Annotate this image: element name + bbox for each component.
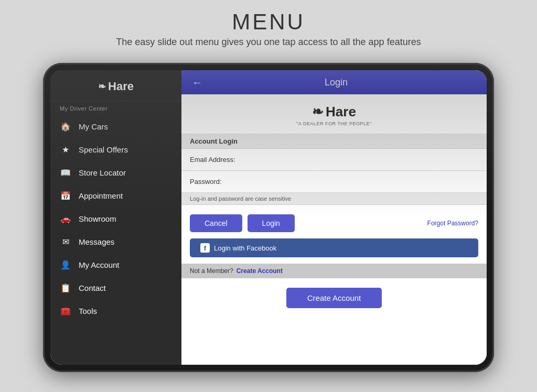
login-button[interactable]: Login — [248, 214, 295, 232]
star-icon: ★ — [60, 144, 71, 155]
sidebar-item-label-store-locator: Store Locator — [79, 168, 126, 177]
sidebar-item-label-contact: Contact — [79, 284, 106, 292]
email-field-row: Email Address: — [181, 149, 487, 171]
logo-crown-icon: ❧ — [98, 81, 106, 92]
sidebar-item-label-appointment: Appointment — [79, 191, 123, 200]
not-member-text: Not a Member? — [190, 267, 233, 275]
email-label: Email Address: — [190, 156, 248, 164]
sidebar-item-tools[interactable]: 🧰 Tools — [50, 299, 181, 322]
sidebar-item-label-my-account: My Account — [79, 260, 120, 269]
car-icon: 🏠 — [60, 121, 71, 132]
sidebar-item-messages[interactable]: ✉ Messages — [50, 230, 181, 253]
facebook-login-button[interactable]: f Login with Facebook — [190, 238, 478, 257]
sidebar: ❧ Hare My Driver Center 🏠 My Cars ★ Spec… — [50, 70, 181, 365]
sidebar-item-special-offers[interactable]: ★ Special Offers — [50, 138, 181, 161]
login-logo-area: ❧ Hare "A DEALER FOR THE PEOPLE" — [181, 94, 487, 134]
sidebar-item-label-showroom: Showroom — [79, 214, 116, 223]
calendar-icon: 📅 — [60, 190, 71, 201]
email-input[interactable] — [248, 153, 478, 167]
sidebar-item-label-my-cars: My Cars — [79, 122, 108, 131]
back-arrow-icon[interactable]: ← — [192, 77, 202, 89]
sidebar-logo-text: Hare — [108, 80, 134, 93]
sidebar-section-label: My Driver Center — [50, 101, 181, 115]
login-logo-name: Hare — [326, 104, 356, 120]
tablet-screen: ❧ Hare My Driver Center 🏠 My Cars ★ Spec… — [50, 70, 487, 365]
login-logo-crown-icon: ❧ — [312, 104, 324, 120]
tablet-frame: ❧ Hare My Driver Center 🏠 My Cars ★ Spec… — [43, 63, 494, 372]
create-account-link[interactable]: Create Account — [237, 267, 283, 275]
sidebar-item-my-account[interactable]: 👤 My Account — [50, 253, 181, 276]
contact-icon: 📋 — [60, 282, 71, 293]
login-actions: Cancel Login Forgot Password? — [181, 205, 487, 238]
sidebar-item-contact[interactable]: 📋 Contact — [50, 276, 181, 299]
page-header: MENU The easy slide out menu gives you o… — [0, 0, 537, 53]
login-logo: ❧ Hare — [312, 104, 356, 120]
account-icon: 👤 — [60, 259, 71, 270]
sidebar-item-showroom[interactable]: 🚗 Showroom — [50, 207, 181, 230]
showroom-icon: 🚗 — [60, 213, 71, 224]
facebook-btn-label: Login with Facebook — [214, 244, 276, 252]
password-label: Password: — [190, 178, 248, 186]
sidebar-item-label-tools: Tools — [79, 307, 97, 315]
forgot-password-link[interactable]: Forgot Password? — [427, 220, 478, 227]
form-note: Log-in and password are case sensitive — [181, 193, 487, 205]
password-field-row: Password: — [181, 171, 487, 193]
page-subtitle: The easy slide out menu gives you one ta… — [21, 37, 516, 48]
main-content: ← Login ❧ Hare "A DEALER FOR THE PEOPLE"… — [181, 70, 487, 365]
account-login-label: Account Login — [181, 134, 487, 149]
envelope-icon: ✉ — [60, 236, 71, 247]
sidebar-item-appointment[interactable]: 📅 Appointment — [50, 184, 181, 207]
tools-icon: 🧰 — [60, 305, 71, 317]
login-body: ❧ Hare "A DEALER FOR THE PEOPLE" Account… — [181, 94, 487, 365]
map-icon: 📖 — [60, 167, 71, 178]
sidebar-logo-area: ❧ Hare — [50, 70, 181, 101]
cancel-button[interactable]: Cancel — [190, 214, 242, 232]
login-logo-sub: "A DEALER FOR THE PEOPLE" — [296, 121, 371, 126]
sidebar-item-store-locator[interactable]: 📖 Store Locator — [50, 161, 181, 184]
sidebar-item-label-messages: Messages — [79, 237, 114, 246]
page-title: MENU — [21, 9, 516, 35]
sidebar-logo: ❧ Hare — [98, 80, 134, 93]
create-account-button[interactable]: Create Account — [286, 288, 382, 308]
sidebar-item-my-cars[interactable]: 🏠 My Cars — [50, 115, 181, 138]
login-header-title: Login — [211, 77, 476, 88]
sidebar-item-label-special-offers: Special Offers — [79, 145, 128, 154]
login-header: ← Login — [181, 70, 487, 94]
facebook-icon: f — [200, 243, 210, 253]
login-logo-wrapper: ❧ Hare "A DEALER FOR THE PEOPLE" — [296, 104, 371, 126]
not-member-bar: Not a Member? Create Account — [181, 264, 487, 278]
password-input[interactable] — [248, 175, 478, 189]
create-account-section: Create Account — [181, 278, 487, 365]
